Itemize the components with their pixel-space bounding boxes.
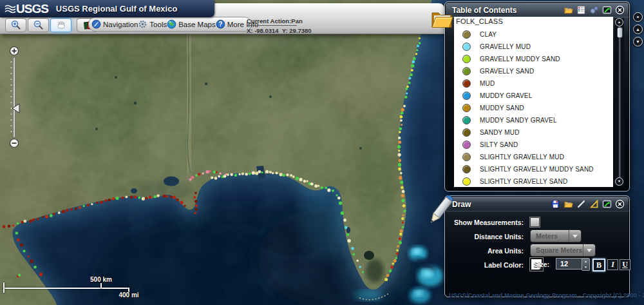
legend-label: SANDY MUD (480, 129, 520, 136)
legend-label: MUD (480, 80, 495, 87)
scale-km-label: 500 km (79, 276, 124, 283)
stepper-down-icon[interactable]: ▼ (582, 264, 589, 270)
map-attribution: USGS/Coastal and Marine Geology Program … (449, 291, 644, 299)
question-icon: ? (216, 19, 225, 29)
legend-item: SLIGHTLY GRAVELLY SAND (454, 175, 613, 187)
distance-units-select[interactable]: Meters (530, 230, 582, 242)
scale-bar-line (3, 288, 129, 289)
font-size-stepper[interactable]: ▲ ▼ (582, 258, 590, 271)
pencil-cursor (428, 192, 455, 229)
settings-gears-icon[interactable] (589, 5, 599, 15)
legend-item: SILTY SAND (454, 139, 613, 151)
scale-bar: 500 km 400 mi (3, 276, 144, 302)
compass-icon (91, 19, 101, 29)
layer-name: FOLK_CLASS (454, 17, 613, 25)
legend-swatch (462, 116, 471, 124)
draw-panel: Draw (444, 195, 630, 297)
legend-label: SILTY SAND (480, 141, 518, 148)
menu-label: Base Maps (178, 21, 216, 28)
magnifier-plus-icon (11, 20, 21, 30)
usgs-logo: USGS (5, 3, 48, 15)
bold-button[interactable]: B (592, 259, 605, 271)
draw-panel-title: Draw (452, 200, 471, 209)
current-action: Current Action:Pan X: -98.0314 Y: 29.738… (247, 17, 312, 34)
stepper-up-icon[interactable]: ▲ (582, 259, 589, 264)
expand-arrow-icon[interactable] (602, 5, 612, 15)
scrollbar-thumb[interactable] (617, 27, 623, 38)
close-icon[interactable] (615, 199, 625, 209)
toc-panel: Table of Contents (444, 1, 630, 192)
menu-item-navigation[interactable]: Navigation (91, 19, 138, 29)
zoom-slider[interactable] (6, 46, 22, 151)
legend-label: CLAY (480, 31, 497, 38)
legend-swatch (462, 153, 471, 161)
size-label: Size: (526, 261, 549, 268)
distance-units-value: Meters (531, 232, 569, 240)
legend-swatch (462, 128, 471, 137)
legend-item: CLAY (454, 28, 613, 41)
font-size-input[interactable]: 12 (556, 258, 582, 270)
legend-list-icon[interactable] (576, 5, 586, 15)
legend-swatch (462, 67, 471, 75)
magnifier-minus-icon (33, 20, 44, 30)
legend-item: GRAVELLY SAND (454, 65, 613, 77)
legend-item: MUDDY SANDY GRAVEL (454, 114, 613, 126)
app-header: USGS USGS Regional Gulf of Mexico (0, 0, 214, 17)
scrollbar-track[interactable] (619, 26, 621, 177)
open-folder-icon[interactable] (564, 5, 573, 15)
scroll-up-icon[interactable]: ▲ (615, 18, 623, 26)
legend-swatch (462, 104, 471, 112)
legend-label: GRAVELLY SAND (480, 68, 534, 75)
area-units-select[interactable]: Square Meters (530, 244, 596, 257)
draw-panel-header[interactable]: Draw (445, 196, 629, 212)
label-color-label: Label Color: (445, 261, 524, 269)
triangle-ruler-icon[interactable] (589, 199, 599, 209)
legend-scrollbar[interactable]: ▲ ▼ (614, 18, 624, 186)
close-icon[interactable] (615, 5, 625, 15)
legend-item: SLIGHTLY GRAVELLY MUDDY SAND (454, 163, 613, 175)
legend-item: SANDY MUD (454, 126, 613, 139)
legend-list: FOLK_CLASS CLAYGRAVELLY MUDGRAVELLY MUDD… (454, 17, 613, 187)
menu-label: Navigation (103, 21, 138, 28)
legend-label: GRAVELLY MUD (480, 43, 531, 50)
pan-button[interactable] (50, 18, 71, 32)
save-icon[interactable] (551, 199, 560, 209)
scroll-down-icon[interactable]: ▼ (615, 177, 623, 186)
legend-swatch (462, 30, 471, 39)
zoom-out-button[interactable] (28, 18, 49, 32)
folder-icon (430, 8, 453, 29)
show-measurements-checkbox[interactable] (530, 217, 540, 227)
legend-label: SLIGHTLY GRAVELLY MUD (480, 153, 564, 161)
dock-down-icon[interactable]: ▼ (633, 37, 643, 46)
zoom-in-button[interactable] (5, 18, 26, 32)
zoom-in-slider-button[interactable] (10, 47, 19, 55)
underline-button[interactable]: U (620, 259, 630, 270)
legend-label: SLIGHTLY GRAVELLY MUDDY SAND (480, 166, 594, 173)
page-title: USGS Regional Gulf of Mexico (56, 4, 178, 14)
legend-item: MUDDY GRAVEL (454, 90, 613, 102)
draw-line-icon[interactable] (576, 199, 586, 209)
open-folder-icon[interactable] (564, 199, 573, 209)
expand-arrow-icon[interactable] (602, 199, 612, 209)
legend-label: MUDDY SAND (480, 104, 524, 112)
menu-item-base-maps[interactable]: Base Maps (167, 19, 216, 29)
dock-collapse-icon[interactable]: » (633, 12, 643, 22)
zoom-slider-track[interactable] (14, 57, 15, 137)
menu-label: Tools (149, 21, 167, 28)
dropdown-arrow-icon (583, 244, 595, 256)
toc-panel-header[interactable]: Table of Contents (445, 2, 629, 17)
legend-item: GRAVELLY MUD (454, 41, 613, 53)
widget-dock: » ▲ ▼ (633, 12, 643, 46)
globe-icon (167, 19, 176, 29)
toc-panel-title: Table of Contents (452, 6, 516, 15)
legend-label: GRAVELLY MUDDY SAND (480, 55, 560, 63)
dock-up-icon[interactable]: ▲ (633, 25, 643, 34)
distance-units-label: Distance Units: (445, 233, 524, 241)
zoom-out-slider-button[interactable] (10, 139, 19, 148)
legend-swatch (462, 55, 471, 63)
legend-item: SLIGHTLY GRAVELLY MUD (454, 151, 613, 163)
scale-mi-label: 400 mi (106, 291, 151, 299)
italic-button[interactable]: I (607, 259, 618, 270)
toolbar-menu: Navigation Tools Base Maps (88, 17, 252, 32)
menu-item-tools[interactable]: Tools (138, 19, 167, 29)
